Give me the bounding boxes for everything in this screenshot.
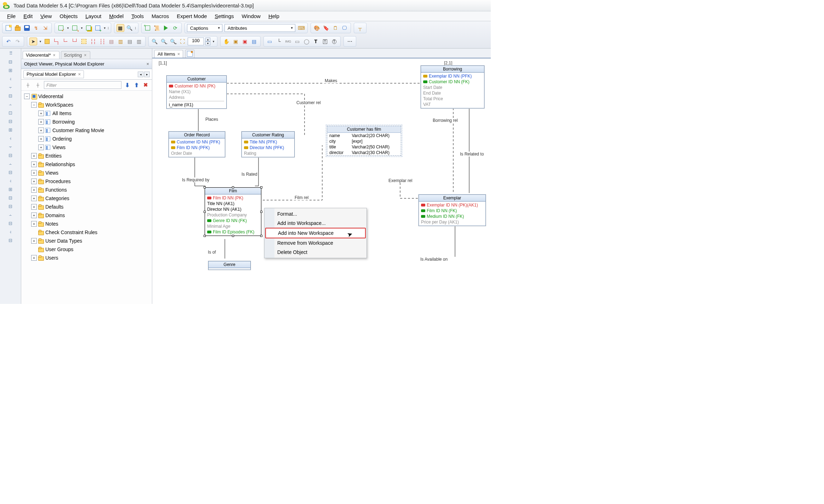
entity-customer[interactable]: Customer Customer ID NN (PK) Name (IX1) … <box>166 75 227 109</box>
connect-button[interactable]: ↯ <box>32 24 40 32</box>
model-tree[interactable]: − Videorental − WorkSpaces +All Items +B… <box>21 91 152 304</box>
tree-node[interactable]: +Defaults <box>31 203 150 211</box>
ctx-delete-object[interactable]: Delete Object <box>265 248 366 257</box>
gutter-tool[interactable]: ⫞ <box>7 136 14 141</box>
nav-next-button[interactable]: ▸ <box>144 72 150 77</box>
captions-dropdown[interactable]: Captions▼ <box>187 24 222 32</box>
rel-tool-3[interactable]: └┘ <box>71 38 79 45</box>
layers-2[interactable]: ▣ <box>241 38 249 45</box>
zoom-out-button[interactable]: 🔍− <box>160 38 168 45</box>
menu-window[interactable]: Window <box>238 12 264 20</box>
menu-expert[interactable]: Expert Mode <box>173 12 210 20</box>
angle-tool[interactable]: └ <box>275 38 283 45</box>
stamp-tool[interactable]: ▭ <box>266 38 274 45</box>
diagram-canvas[interactable]: [1,1] [2,1] .solid{ stroke:#000; stroke-… <box>152 58 491 304</box>
layers-3[interactable]: ▤ <box>250 38 258 45</box>
hand-tool[interactable]: ✋ <box>223 38 231 45</box>
zoom-tool[interactable]: 🔍 <box>151 38 159 45</box>
gutter-tool[interactable]: ⫞ <box>7 76 14 81</box>
image-tool[interactable]: IMG <box>284 38 292 45</box>
gutter-tool[interactable]: ⊞ <box>7 187 14 192</box>
view-customer-has-film[interactable]: Customer has film nameVarchar2(20 CHAR) … <box>327 126 401 156</box>
tree-node[interactable]: +Users <box>31 254 150 262</box>
rel-tool-1[interactable]: └┐ <box>52 38 60 45</box>
undo-button[interactable]: ↶ <box>5 38 12 45</box>
menu-macros[interactable]: Macros <box>148 12 172 20</box>
filter-next-button[interactable]: ⬇ <box>124 81 131 89</box>
rel-tool-2[interactable]: └╴ <box>62 38 69 45</box>
rel-tool-7[interactable]: ▤ <box>108 38 115 45</box>
tree-node[interactable]: +Notes <box>31 220 150 228</box>
menu-edit[interactable]: Edit <box>20 12 36 20</box>
filter-prev-button[interactable]: ⬆ <box>133 81 140 89</box>
keyboard-button[interactable]: ⌨ <box>297 24 305 32</box>
gutter-tool[interactable]: ⊞ <box>7 127 14 132</box>
gutter-tool[interactable]: ⫟ <box>7 144 14 149</box>
tree-ws-item[interactable]: +Views <box>38 143 150 152</box>
canvas-tab-add[interactable] <box>185 50 194 58</box>
close-icon[interactable]: × <box>78 72 81 77</box>
attributes-dropdown[interactable]: Attributes▼ <box>225 24 295 32</box>
merge-button[interactable]: + <box>94 24 102 32</box>
zoom-in-button[interactable]: 🔍+ <box>169 38 177 45</box>
gutter-tool[interactable]: ⊟ <box>7 59 14 64</box>
export-button[interactable]: ⇲ <box>41 24 49 32</box>
gutter-tool[interactable]: ⊡ <box>7 110 14 115</box>
rel-tool-4[interactable] <box>80 38 88 45</box>
entity-borrowing[interactable]: Borrowing Exemplar ID NN (PFK) Customer … <box>421 66 484 108</box>
tree-node[interactable]: +Functions <box>31 186 150 194</box>
tree-node[interactable]: +Relationships <box>31 160 150 169</box>
gutter-tool[interactable]: ⊟ <box>7 93 14 98</box>
entity-exemplar[interactable]: Exemplar Exemplar ID NN (PK)(AK1) Film I… <box>419 194 486 226</box>
doc-tab-scripting[interactable]: Scripting × <box>61 51 91 59</box>
gutter-tool[interactable]: ⠿ <box>7 51 14 56</box>
rel-tool-8[interactable]: ▥ <box>117 38 125 45</box>
ellipse-tool[interactable]: ◯ <box>303 38 311 45</box>
menu-help[interactable]: Help <box>265 12 283 20</box>
gutter-tool[interactable]: ⫠ <box>7 161 14 166</box>
ctx-add-into-new-workspace[interactable]: Add into New Workspace ➤ <box>265 228 366 238</box>
open-button[interactable] <box>14 24 22 32</box>
gutter-tool[interactable]: ⫞ <box>7 178 14 183</box>
menu-layout[interactable]: Layout <box>82 12 105 20</box>
close-icon[interactable]: × <box>83 53 87 58</box>
gutter-tool[interactable]: ⊟ <box>7 204 14 209</box>
gutter-tool[interactable]: ⊟ <box>7 195 14 200</box>
tree-ws-item[interactable]: +Borrowing <box>38 118 150 126</box>
layers-1[interactable]: ▣ <box>232 38 240 45</box>
rel-tool-5[interactable]: ╎╎ <box>89 38 97 45</box>
tree-node[interactable]: Check Constraint Rules <box>31 228 150 237</box>
tree-ws-item[interactable]: +Ordering <box>38 135 150 143</box>
tree-node[interactable]: +Views <box>31 169 150 177</box>
entity-order-record[interactable]: Order Record Customer ID NN (PFK) Film I… <box>169 131 225 157</box>
text-box-tool[interactable]: T <box>321 38 329 45</box>
canvas-tab-all-items[interactable]: All Items × <box>154 50 183 58</box>
menu-tools[interactable]: Tools <box>128 12 147 20</box>
tree-node[interactable]: +Domains <box>31 211 150 220</box>
gutter-tool[interactable]: ⊟ <box>7 238 14 243</box>
gutter-tool[interactable]: ⫞ <box>7 229 14 234</box>
redo-button[interactable]: ↷ <box>14 38 22 45</box>
entity-genre[interactable]: Genre <box>208 261 251 270</box>
rel-tool-10[interactable]: ▥ <box>135 38 143 45</box>
tree-ws-item[interactable]: +All Items <box>38 109 150 118</box>
entity-film[interactable]: Film Film ID NN (PK) Title NN (AK1) Dire… <box>205 187 261 236</box>
text-tool[interactable]: T <box>312 38 320 45</box>
menu-view[interactable]: View <box>37 12 55 20</box>
close-icon[interactable]: × <box>177 51 180 57</box>
tag-button[interactable]: 🔖 <box>322 24 330 32</box>
ctx-remove-from-workspace[interactable]: Remove from Workspace <box>265 238 366 248</box>
gutter-tool[interactable]: ⊟ <box>7 221 14 226</box>
tree-ws-item[interactable]: +Customer Rating Movie <box>38 126 150 135</box>
script-button[interactable]: 📜 <box>153 24 161 32</box>
rect-tool[interactable]: ▭ <box>294 38 301 45</box>
gutter-tool[interactable]: ⊟ <box>7 170 14 175</box>
note-button[interactable]: 🗒 <box>331 24 339 32</box>
tree-node[interactable]: User Groups <box>31 245 150 254</box>
convert-in-button[interactable]: ↙ <box>57 24 65 32</box>
new-button[interactable] <box>5 24 12 32</box>
close-icon[interactable]: × <box>52 53 56 58</box>
entity-tool[interactable] <box>43 38 51 45</box>
entity-customer-rating[interactable]: Customer Rating Title NN (PFK) Director … <box>241 131 295 157</box>
save-button[interactable] <box>23 24 31 32</box>
